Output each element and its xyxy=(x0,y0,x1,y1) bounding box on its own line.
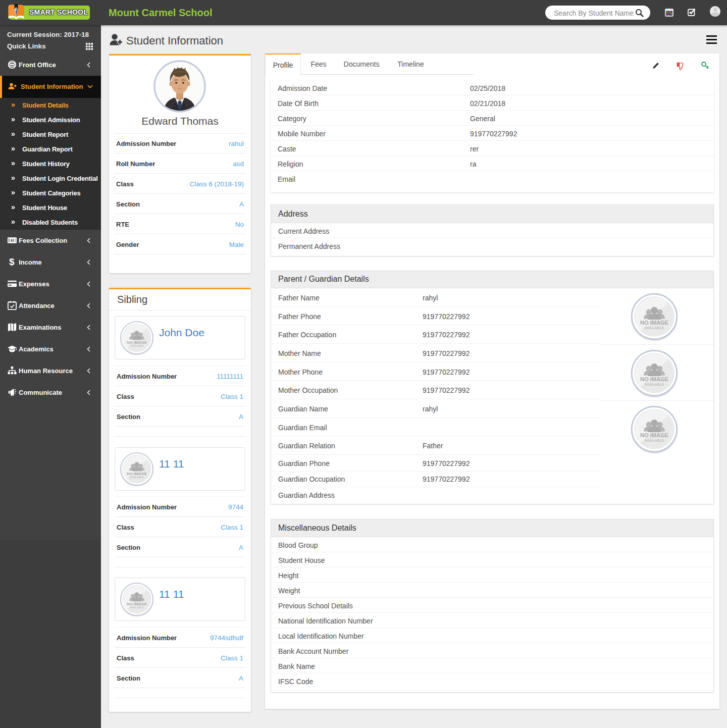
svg-text:$: $ xyxy=(12,238,14,242)
